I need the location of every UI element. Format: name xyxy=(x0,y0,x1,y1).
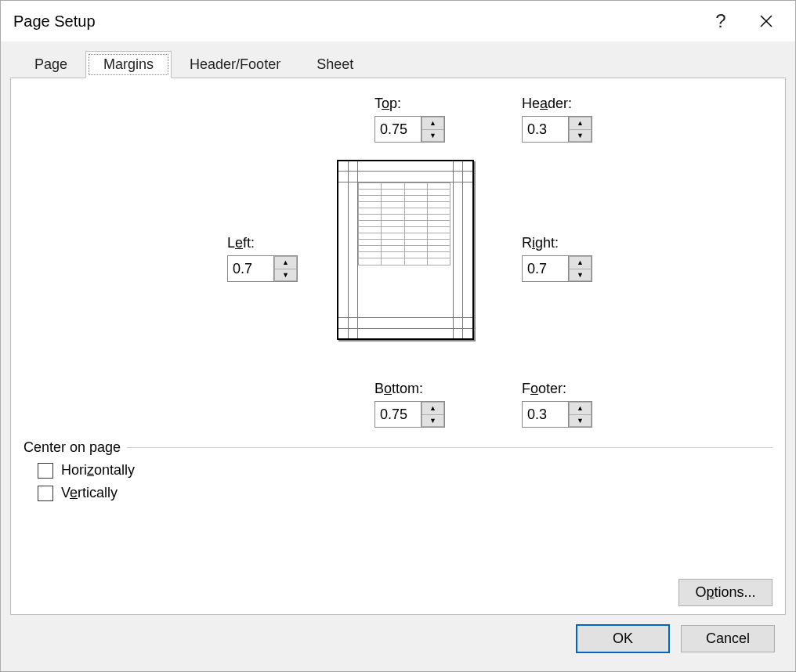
bottom-spin-up[interactable]: ▲ xyxy=(422,402,444,414)
left-spin-down[interactable]: ▼ xyxy=(274,269,297,282)
right-input[interactable] xyxy=(523,256,568,281)
dialog-title: Page Setup xyxy=(13,13,698,31)
top-spin-down[interactable]: ▼ xyxy=(422,129,444,143)
ok-button[interactable]: OK xyxy=(576,624,670,653)
page-setup-dialog: Page Setup ? Page Margins Header/Footer … xyxy=(0,0,796,672)
footer-spin-down[interactable]: ▼ xyxy=(569,414,592,428)
vertically-checkbox[interactable] xyxy=(38,486,53,501)
margins-layout: Top: ▲ ▼ Header: ▲ ▼ xyxy=(24,91,772,557)
footer-spin-up[interactable]: ▲ xyxy=(569,402,592,414)
tab-sheet[interactable]: Sheet xyxy=(298,51,371,78)
top-label: Top: xyxy=(374,96,401,112)
right-spin-up[interactable]: ▲ xyxy=(569,256,592,269)
tabstrip: Page Margins Header/Footer Sheet xyxy=(16,51,786,78)
tab-margins[interactable]: Margins xyxy=(85,51,172,78)
options-button[interactable]: Options... xyxy=(678,579,772,606)
header-spin-down[interactable]: ▼ xyxy=(569,129,592,143)
footer-spinner[interactable]: ▲ ▼ xyxy=(522,401,592,428)
margins-panel: Top: ▲ ▼ Header: ▲ ▼ xyxy=(10,78,786,615)
header-input[interactable] xyxy=(523,117,568,142)
header-spin-up[interactable]: ▲ xyxy=(569,117,592,129)
titlebar: Page Setup ? xyxy=(1,1,795,42)
bottom-spin-buttons: ▲ ▼ xyxy=(421,402,444,427)
top-spinner[interactable]: ▲ ▼ xyxy=(374,116,445,143)
left-spin-up[interactable]: ▲ xyxy=(274,256,297,269)
vertically-checkbox-row[interactable]: Vertically xyxy=(38,485,772,501)
bottom-input[interactable] xyxy=(375,402,421,427)
help-button[interactable]: ? xyxy=(698,1,744,42)
tab-header-footer[interactable]: Header/Footer xyxy=(172,51,298,78)
right-spin-buttons: ▲ ▼ xyxy=(568,256,592,281)
close-icon xyxy=(760,15,772,27)
top-input[interactable] xyxy=(375,117,421,142)
center-on-page-group: Center on page xyxy=(24,439,772,456)
footer-label: Footer: xyxy=(522,381,566,397)
footer-input[interactable] xyxy=(523,402,568,427)
dialog-content: Page Margins Header/Footer Sheet Top: ▲ … xyxy=(1,42,795,671)
bottom-spin-down[interactable]: ▼ xyxy=(422,414,444,428)
center-on-page-title: Center on page xyxy=(24,439,121,456)
preview-content-icon xyxy=(358,182,450,269)
left-input[interactable] xyxy=(228,256,273,281)
page-preview xyxy=(337,160,474,340)
header-spinner[interactable]: ▲ ▼ xyxy=(522,116,592,143)
horizontally-label: Horizontally xyxy=(61,462,135,479)
top-spin-up[interactable]: ▲ xyxy=(422,117,444,129)
close-button[interactable] xyxy=(744,1,789,42)
cancel-button[interactable]: Cancel xyxy=(681,625,775,652)
horizontally-checkbox-row[interactable]: Horizontally xyxy=(38,462,772,479)
bottom-label: Bottom: xyxy=(374,381,423,397)
header-label: Header: xyxy=(522,96,572,112)
right-spin-down[interactable]: ▼ xyxy=(569,269,592,282)
header-spin-buttons: ▲ ▼ xyxy=(568,117,592,142)
left-spinner[interactable]: ▲ ▼ xyxy=(227,255,298,282)
tab-page[interactable]: Page xyxy=(16,51,85,78)
left-spin-buttons: ▲ ▼ xyxy=(273,256,297,281)
footer-spin-buttons: ▲ ▼ xyxy=(568,402,592,427)
dialog-footer: OK Cancel xyxy=(10,615,786,662)
horizontally-checkbox[interactable] xyxy=(38,463,53,479)
top-spin-buttons: ▲ ▼ xyxy=(421,117,444,142)
bottom-spinner[interactable]: ▲ ▼ xyxy=(374,401,445,428)
vertically-label: Vertically xyxy=(61,485,118,501)
right-label: Right: xyxy=(522,235,559,251)
left-label: Left: xyxy=(227,235,255,251)
right-spinner[interactable]: ▲ ▼ xyxy=(522,255,592,282)
